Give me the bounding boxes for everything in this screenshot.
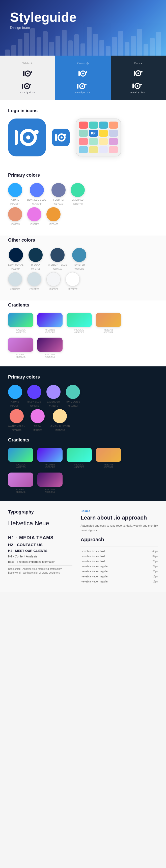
font-spec-name-5: Helvetica Neue - regular (80, 570, 108, 573)
swatch-emerald: Emerald #3DDFA8 (71, 183, 85, 205)
logo-variant-white: White ☀ analytics (0, 56, 55, 100)
swatch-circle-pink (27, 207, 41, 221)
approach-label: Approach (80, 537, 158, 542)
swatch-hex-white: #FFFFFF (68, 288, 77, 290)
svg-point-14 (81, 85, 83, 87)
svg-rect-20 (132, 83, 134, 88)
dark-swatch-circle-lemon (53, 409, 67, 423)
dark-swatch-label-azure: Azure (11, 401, 19, 403)
analytics-text-white: analytics (20, 91, 36, 94)
swatch-circle-midnight (51, 248, 65, 262)
swatch-circle-lightest (46, 272, 61, 286)
base-small: Base small - Analyse your marketing prof… (8, 567, 72, 570)
svg-point-10 (82, 73, 84, 74)
swatch-hex-pink: #E977E8 (30, 223, 39, 225)
dark-gradients-grid-2: #CF7EE1#B356AB #4A146D#C45BA6 (8, 472, 158, 493)
svg-point-26 (26, 135, 30, 140)
gradient-labels-1: #2C93DA#4DF77D (15, 329, 26, 334)
font-spec-2: Helvetica Neue - bold 32px (80, 554, 158, 559)
font-spec-size-4: 24px (153, 565, 158, 568)
svg-point-19 (141, 71, 142, 72)
svg-point-2 (27, 73, 29, 74)
svg-point-31 (64, 134, 66, 136)
dark-gradient-labels-3: #3DDFA0#40FDE2 (74, 463, 84, 468)
font-spec-1: Helvetica Neue - bold 40px (80, 549, 158, 554)
svg-rect-28 (55, 134, 57, 141)
big-app-icon (8, 119, 46, 156)
swatch-label-midnight: Midnight blue (48, 264, 67, 266)
swatch-hex-yellow: #EE9A35 (49, 223, 58, 225)
font-spec-7: Helvetica Neue - regular 15px (80, 579, 158, 584)
swatch-circle-light1 (8, 272, 22, 286)
dark-swatch-lemon: Lemon chiffon #FDDC98 (50, 409, 70, 431)
swatch-bonnese: Bonnese blue #5A7EFF (27, 183, 46, 205)
heading-1: H1 - MEDIA TEAMS (8, 535, 72, 540)
svg-point-27 (34, 130, 39, 134)
gradient-4: #E89363#EEB53F (96, 313, 121, 334)
swatch-pink: #E977E8 (27, 207, 41, 225)
font-spec-6: Helvetica Neue - regular 18px (80, 574, 158, 579)
dark-gradient-rect-6 (37, 472, 63, 487)
swatch-hex-light2: #D2DFE5 (29, 288, 39, 290)
swatch-circle-emerald (71, 183, 85, 197)
svg-point-15 (85, 84, 87, 85)
dark-swatch-hex-turquoise: #51CBBA (68, 405, 78, 407)
font-spec-4: Helvetica Neue - regular 24px (80, 564, 158, 569)
font-spec-name-7: Helvetica Neue - regular (80, 580, 108, 583)
dark-gradient-2: #5C0BEE#5DBEFB (37, 448, 63, 468)
dark-swatch-azure: Azure #2AA9FF (8, 385, 22, 407)
font-spec-size-5: 20px (153, 570, 158, 573)
svg-point-23 (140, 84, 142, 85)
dark-swatch-circle-turquoise (66, 385, 80, 399)
dark-swatch-circle-baby-blue (27, 385, 41, 399)
variant-label-white: White ☀ (23, 62, 33, 65)
hero-title: Styleguide (10, 10, 156, 25)
swatch-label-dark2: Biscay (31, 264, 40, 266)
svg-rect-8 (78, 71, 80, 76)
swatch-hex-midnight: #2D4A68 (53, 268, 62, 270)
svg-rect-24 (14, 130, 18, 145)
svg-point-6 (26, 85, 28, 87)
dark-gradient-rect-2 (37, 448, 63, 462)
svg-point-18 (137, 72, 139, 74)
basics-label: Basics (80, 509, 158, 513)
swatch-hex-dark2: #0F3751 (31, 268, 40, 270)
swatch-hex-azure: #2AA9FF (10, 203, 20, 205)
phone-mockup (76, 119, 121, 156)
analytics-text-dark: analytics (130, 91, 146, 93)
gradient-labels-3: #3DDFA0#40FDE2 (74, 329, 84, 334)
swatch-circle-azure (8, 183, 22, 197)
logo-icons-title: Logo in icons (8, 108, 158, 114)
dark-swatch-watermelon: Watermelon #F77C73 (8, 409, 26, 431)
swatch-white: #FFFFFF (66, 272, 80, 290)
hero-section: Styleguide Design team (0, 0, 166, 56)
swatch-yellow: #EE9A35 (46, 207, 61, 225)
gradient-labels-2: #5C0BEE#5DBEFB (45, 329, 55, 334)
swatch-circle-dark2 (29, 248, 43, 262)
dark-gradients-grid-1: #2C93DA#4DF77D #5C0BEE#5DBEFB #3DDFA0#40… (8, 448, 158, 468)
logo-variant-dark: Dark ● analytics (111, 56, 166, 100)
io-logo-white-small (23, 70, 33, 77)
swatch-dark1: Ebpa Coral #002044 (8, 248, 24, 270)
dark-gradient-6: #4A146D#C45BA6 (37, 472, 63, 493)
gradient-rect-4 (96, 313, 121, 327)
primary-colors-section: Primary colors Azure #2AA9FF Bonnese blu… (0, 164, 166, 236)
dark-primary-title: Primary colors (8, 374, 158, 380)
gradient-5: #CF7EE1#B356AB (8, 338, 33, 358)
typography-section: Typography Helvetica Neue H1 - MEDIA TEA… (0, 501, 166, 592)
swatch-circle-dark1 (9, 248, 23, 262)
primary-colors-grid-2: #E89675 #E977E8 #EE9A35 (8, 207, 158, 225)
io-logo-white-large: analytics (20, 82, 36, 94)
gradient-labels-6: #4A146D#C45BA6 (45, 353, 55, 358)
heading-3: H3 - MEET OUR CLIENTS (8, 549, 72, 553)
main-title: Learn about .io approach (80, 515, 158, 521)
io-logo-dark-small (133, 70, 143, 77)
swatch-hex-lightest: #F4F5F7 (49, 288, 58, 290)
dark-colors-grid-1: Azure #2AA9FF Baby Blue #6040FE Lavender… (8, 385, 158, 407)
dark-gradient-labels-4: #E89363#EEB53F (104, 463, 113, 468)
io-logo-dark-large: analytics (130, 82, 146, 93)
dark-swatch-turquoise: Turquoise #51CBBA (66, 385, 80, 407)
dark-gradient-rect-5 (8, 472, 33, 487)
dark-swatch-hex-lemon: #FDDC98 (55, 429, 65, 431)
swatch-azure: Azure #2AA9FF (8, 183, 22, 205)
